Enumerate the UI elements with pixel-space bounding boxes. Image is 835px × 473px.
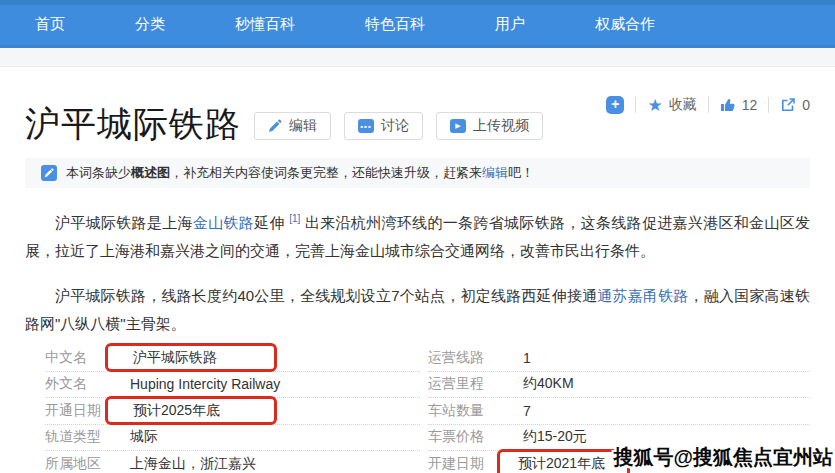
field-label: 车站数量 — [428, 402, 523, 420]
reference-1[interactable]: [1] — [289, 213, 300, 224]
nav-item-3[interactable]: 特色百科 — [365, 15, 425, 34]
table-row: 所属地区上海金山，浙江嘉兴 — [45, 451, 420, 473]
page-title: 沪平城际铁路 — [25, 103, 241, 145]
pencil-badge-icon — [41, 165, 57, 181]
table-row: 运营线路1 — [428, 345, 810, 372]
meta-bar: + ★ 收藏 12 — [606, 96, 810, 114]
favorite-button[interactable]: ★ 收藏 — [647, 96, 696, 114]
annotation-box: 沪平城际铁路 — [105, 343, 277, 372]
star-icon: ★ — [647, 97, 662, 114]
field-label: 外文名 — [45, 375, 130, 393]
play-icon: ▶ — [450, 119, 466, 133]
share-count: 0 — [802, 97, 810, 113]
nav-item-5[interactable]: 权威合作 — [595, 15, 655, 34]
field-label: 运营里程 — [428, 375, 523, 393]
notice-bar: 本词条缺少概述图，补充相关内容使词条更完整，还能快速升级，赶紧来编辑吧！ — [25, 158, 810, 188]
field-value: 预计2021年底 — [518, 455, 605, 473]
field-label: 运营线路 — [428, 349, 523, 367]
annotation-box: 预计2025年底 — [105, 396, 277, 425]
intro-paragraph-2: 沪平城际铁路，线路长度约40公里，全线规划设立7个站点，初定线路西延伸接通通苏嘉… — [25, 282, 810, 338]
table-row: 外文名Huping Intercity Railway — [45, 372, 420, 399]
field-value: 预计2025年底 — [133, 402, 220, 420]
table-row: 车站数量7 — [428, 398, 810, 425]
upload-video-button[interactable]: ▶ 上传视频 — [436, 112, 543, 140]
watermark: 搜狐号@搜狐焦点宜州站 — [613, 444, 833, 471]
share-button[interactable]: 0 — [780, 97, 810, 113]
annotation-box: 预计2021年底 — [497, 449, 630, 473]
field-value: 1 — [523, 350, 531, 366]
field-label: 车票价格 — [428, 428, 523, 446]
subnav-band — [0, 48, 835, 67]
discuss-button[interactable]: ••• 讨论 — [344, 112, 423, 140]
field-value: 上海金山，浙江嘉兴 — [130, 455, 256, 473]
pencil-icon — [268, 119, 282, 133]
discuss-button-label: 讨论 — [381, 117, 409, 135]
link-jinshan-railway[interactable]: 金山铁路 — [193, 214, 254, 231]
favorite-label: 收藏 — [669, 96, 697, 114]
nav-item-2[interactable]: 秒懂百科 — [235, 15, 295, 34]
link-tongsujiayong-railway[interactable]: 通苏嘉甬铁路 — [597, 287, 688, 304]
share-icon — [780, 97, 796, 113]
nav-item-1[interactable]: 分类 — [135, 15, 165, 34]
edit-button-label: 编辑 — [289, 117, 317, 135]
field-value: Huping Intercity Railway — [130, 376, 280, 392]
thumbs-up-icon — [720, 97, 736, 113]
table-row: 轨道类型城际 — [45, 425, 420, 452]
nav-item-4[interactable]: 用户 — [495, 15, 525, 34]
like-count: 12 — [742, 97, 758, 113]
field-value: 约15-20元 — [523, 428, 587, 446]
field-label: 轨道类型 — [45, 428, 130, 446]
notice-text: 本词条缺少概述图，补充相关内容使词条更完整，还能快速升级，赶紧来编辑吧！ — [66, 164, 534, 182]
like-button[interactable]: 12 — [720, 97, 758, 113]
divider — [708, 97, 709, 113]
field-value: 约40KM — [523, 375, 574, 393]
infobox-left-column: 中文名沪平城际铁路外文名Huping Intercity Railway开通日期… — [25, 345, 420, 473]
divider — [768, 97, 769, 113]
field-value: 城际 — [130, 428, 158, 446]
table-row: 运营里程约40KM — [428, 372, 810, 399]
table-row: 开通日期预计2025年底 — [45, 398, 420, 425]
field-value: 沪平城际铁路 — [133, 349, 217, 367]
baike-page: 首页分类秒懂百科特色百科用户权威合作 + ★ 收藏 12 — [0, 0, 835, 473]
notice-edit-link[interactable]: 编辑 — [482, 165, 508, 180]
content-area: + ★ 收藏 12 — [0, 67, 835, 473]
nav-item-0[interactable]: 首页 — [35, 15, 65, 34]
divider — [635, 97, 636, 113]
field-label: 所属地区 — [45, 455, 130, 473]
field-value: 7 — [523, 403, 531, 419]
chat-icon: ••• — [358, 119, 374, 133]
table-row: 中文名沪平城际铁路 — [45, 345, 420, 372]
add-icon[interactable]: + — [606, 96, 624, 114]
top-nav: 首页分类秒懂百科特色百科用户权威合作 — [0, 0, 835, 48]
intro-paragraph-1: 沪平城际铁路是上海金山铁路延伸 [1] 出来沿杭州湾环线的一条跨省城际铁路，这条… — [25, 205, 810, 265]
upload-button-label: 上传视频 — [473, 117, 529, 135]
edit-button[interactable]: 编辑 — [254, 112, 331, 140]
